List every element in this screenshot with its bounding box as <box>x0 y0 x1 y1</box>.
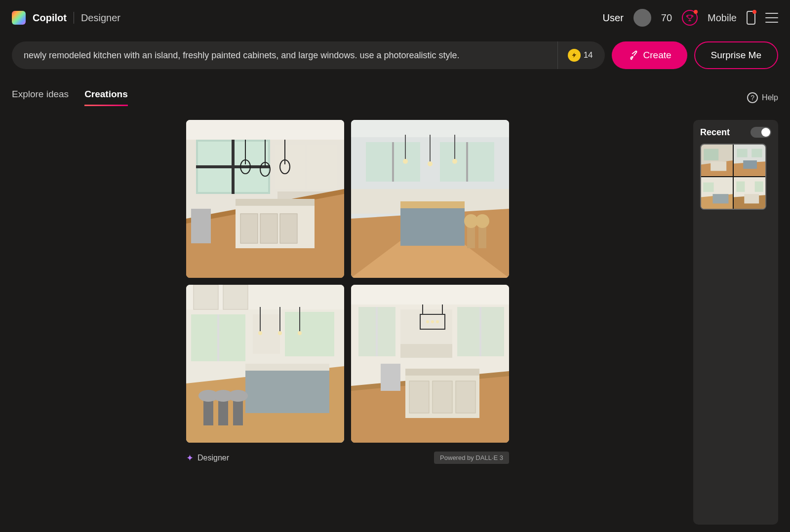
svg-rect-1 <box>186 120 344 140</box>
header-right: User 70 Mobile <box>603 9 778 27</box>
gallery-footer: ✦ Designer Powered by DALL·E 3 <box>186 452 509 464</box>
svg-rect-14 <box>280 214 297 243</box>
svg-rect-94 <box>751 149 762 157</box>
bolt-icon <box>568 49 581 62</box>
svg-rect-77 <box>405 369 479 376</box>
sparkle-icon: ✦ <box>186 453 194 463</box>
points-count: 70 <box>661 12 672 24</box>
user-avatar[interactable] <box>633 9 651 27</box>
header-left: Copilot Designer <box>12 11 120 25</box>
svg-point-36 <box>475 214 489 228</box>
svg-rect-56 <box>218 398 228 425</box>
svg-rect-45 <box>194 285 218 309</box>
recent-sidebar: Recent <box>693 120 778 525</box>
tabs: Explore ideas Creations <box>12 89 128 106</box>
svg-point-59 <box>228 390 248 402</box>
app-name: Copilot <box>33 12 67 24</box>
rewards-button[interactable] <box>682 10 698 26</box>
tabs-row: Explore ideas Creations ? Help <box>0 89 790 106</box>
svg-rect-7 <box>307 145 337 189</box>
boost-chip[interactable]: 14 <box>557 41 601 69</box>
recent-thumbnail[interactable] <box>700 144 766 210</box>
generated-image-2[interactable] <box>351 120 509 278</box>
generated-image-4[interactable] <box>351 285 509 443</box>
svg-rect-100 <box>712 194 728 203</box>
svg-rect-58 <box>233 398 243 425</box>
recent-header: Recent <box>700 127 771 138</box>
svg-rect-87 <box>381 364 400 391</box>
app-subtitle: Designer <box>81 12 120 24</box>
recent-toggle[interactable] <box>750 127 771 138</box>
svg-rect-52 <box>245 369 329 413</box>
surprise-button[interactable]: Surprise Me <box>694 41 778 69</box>
menu-button[interactable] <box>765 13 778 23</box>
svg-rect-103 <box>755 182 763 192</box>
svg-rect-31 <box>400 206 465 246</box>
svg-rect-53 <box>245 364 329 371</box>
svg-rect-11 <box>236 199 315 206</box>
svg-rect-49 <box>285 312 334 356</box>
help-label: Help <box>762 93 778 102</box>
powered-by-chip: Powered by DALL·E 3 <box>434 452 509 464</box>
mobile-icon[interactable] <box>747 11 755 25</box>
image-grid <box>186 120 509 443</box>
svg-rect-80 <box>456 381 475 413</box>
recent-title: Recent <box>700 127 730 138</box>
generated-image-3[interactable] <box>186 285 344 443</box>
svg-rect-32 <box>400 201 465 208</box>
header: Copilot Designer User 70 Mobile <box>0 0 790 36</box>
svg-rect-50 <box>253 314 280 354</box>
svg-rect-73 <box>400 344 452 358</box>
prompt-input[interactable] <box>24 50 557 61</box>
svg-point-40 <box>403 159 408 164</box>
svg-point-64 <box>278 331 282 335</box>
svg-rect-102 <box>736 182 745 192</box>
svg-point-41 <box>428 161 433 166</box>
svg-rect-89 <box>704 149 718 160</box>
copilot-logo-icon <box>12 11 26 25</box>
svg-rect-12 <box>240 214 258 243</box>
svg-point-84 <box>426 320 429 323</box>
prompt-box: 14 <box>12 41 605 69</box>
mobile-label: Mobile <box>708 12 737 24</box>
svg-rect-67 <box>351 285 509 304</box>
help-button[interactable]: ? Help <box>747 92 778 103</box>
surprise-label: Surprise Me <box>711 50 761 60</box>
svg-rect-105 <box>744 194 759 203</box>
brush-icon <box>628 50 638 61</box>
main-area: ✦ Designer Powered by DALL·E 3 Recent <box>0 120 790 525</box>
create-button[interactable]: Create <box>612 41 687 69</box>
designer-tag: ✦ Designer <box>186 453 229 463</box>
create-label: Create <box>643 50 672 61</box>
svg-point-85 <box>431 320 434 323</box>
svg-point-63 <box>258 331 262 335</box>
user-label: User <box>603 12 624 24</box>
tab-creations[interactable]: Creations <box>84 89 128 106</box>
svg-rect-96 <box>743 160 757 169</box>
help-icon: ? <box>747 92 758 103</box>
svg-rect-13 <box>260 214 277 243</box>
svg-rect-46 <box>223 285 248 309</box>
svg-point-42 <box>452 159 457 164</box>
svg-rect-93 <box>737 149 747 157</box>
divider <box>74 12 74 24</box>
prompt-row: 14 Create Surprise Me <box>0 41 790 69</box>
svg-rect-98 <box>703 183 713 192</box>
svg-rect-78 <box>409 381 429 413</box>
tab-explore[interactable]: Explore ideas <box>12 89 69 106</box>
svg-rect-23 <box>351 120 509 137</box>
svg-rect-21 <box>191 209 211 243</box>
svg-rect-79 <box>433 381 452 413</box>
generated-image-1[interactable] <box>186 120 344 278</box>
gallery: ✦ Designer Powered by DALL·E 3 <box>12 120 683 525</box>
svg-point-86 <box>436 320 439 323</box>
boost-count: 14 <box>584 50 593 60</box>
svg-point-65 <box>298 331 302 335</box>
svg-rect-91 <box>711 161 726 171</box>
trophy-icon <box>686 14 694 22</box>
designer-label: Designer <box>198 454 229 462</box>
svg-rect-54 <box>203 398 213 425</box>
